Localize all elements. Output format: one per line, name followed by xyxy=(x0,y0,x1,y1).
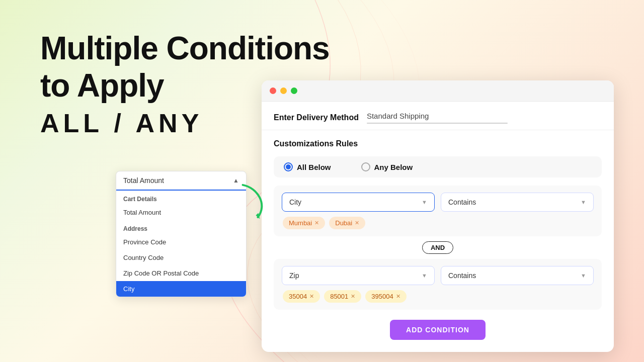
window-titlebar xyxy=(262,80,614,102)
radio-label-all: All Below xyxy=(297,163,331,171)
zip-condition-block: Zip ▼ Contains ▼ 35004 ✕ 85001 ✕ xyxy=(274,259,602,310)
tag-35004: 35004 ✕ xyxy=(283,290,320,303)
traffic-light-yellow[interactable] xyxy=(280,87,287,94)
dropdown-header[interactable]: Total Amount ▲ xyxy=(116,171,246,191)
zip-condition-row: Zip ▼ Contains ▼ xyxy=(282,266,594,285)
dropdown-popup: Total Amount ▲ Cart Details Total Amount… xyxy=(116,171,247,297)
dropdown-header-text: Total Amount xyxy=(123,176,164,185)
add-condition-button[interactable]: ADD CONDITION xyxy=(390,320,486,340)
delivery-underline xyxy=(367,123,508,124)
tag-395004-close[interactable]: ✕ xyxy=(396,293,400,300)
traffic-light-red[interactable] xyxy=(270,87,276,94)
dropdown-item-zip-code[interactable]: Zip Code OR Postal Code xyxy=(116,265,246,281)
zip-select-arrow-icon: ▼ xyxy=(422,273,427,279)
zip-operator-arrow-icon: ▼ xyxy=(581,273,586,279)
radio-circle-any xyxy=(361,162,370,171)
and-badge: AND xyxy=(422,241,453,254)
customization-section: Customizations Rules All Below Any Below… xyxy=(262,130,614,352)
tag-85001-close[interactable]: ✕ xyxy=(351,293,355,300)
city-operator-value: Contains xyxy=(448,198,476,206)
tag-35004-text: 35004 xyxy=(289,293,307,300)
delivery-method-label: Enter Delivery Method xyxy=(274,113,359,122)
delivery-section: Enter Delivery Method xyxy=(262,102,614,130)
tag-85001: 85001 ✕ xyxy=(324,290,361,303)
zip-operator-select[interactable]: Contains ▼ xyxy=(441,266,594,285)
tag-85001-text: 85001 xyxy=(330,293,348,300)
add-condition-row: ADD CONDITION xyxy=(274,314,602,343)
zip-field-select[interactable]: Zip ▼ xyxy=(282,266,435,285)
zip-field-value: Zip xyxy=(289,272,299,280)
zip-operator-value: Contains xyxy=(448,272,476,280)
tag-dubai-text: Dubai xyxy=(335,219,352,227)
tag-mumbai: Mumbai ✕ xyxy=(283,217,325,229)
and-badge-row: AND xyxy=(274,241,602,254)
delivery-method-input[interactable] xyxy=(367,112,602,120)
city-field-value: City xyxy=(289,198,301,206)
city-field-select[interactable]: City ▼ xyxy=(282,193,435,212)
tag-mumbai-text: Mumbai xyxy=(289,219,312,227)
traffic-light-green[interactable] xyxy=(291,87,297,94)
radio-all-below[interactable]: All Below xyxy=(284,162,331,171)
city-tags-row: Mumbai ✕ Dubai ✕ xyxy=(282,217,594,229)
city-condition-row: City ▼ Contains ▼ xyxy=(282,193,594,212)
section-title: Customizations Rules xyxy=(274,139,602,148)
tag-395004-text: 395004 xyxy=(371,293,393,300)
dropdown-item-total-amount[interactable]: Total Amount xyxy=(116,205,246,220)
radio-any-below[interactable]: Any Below xyxy=(361,162,413,171)
radio-circle-all xyxy=(284,162,293,171)
cart-details-section-label: Cart Details xyxy=(116,191,246,205)
tag-395004: 395004 ✕ xyxy=(365,290,406,303)
tag-dubai-close[interactable]: ✕ xyxy=(355,220,359,226)
tag-dubai: Dubai ✕ xyxy=(329,217,365,229)
radio-row: All Below Any Below xyxy=(274,156,602,177)
city-select-arrow-icon: ▼ xyxy=(422,199,427,205)
city-operator-arrow-icon: ▼ xyxy=(581,199,586,205)
city-condition-block: City ▼ Contains ▼ Mumbai ✕ Dubai xyxy=(274,186,602,236)
zip-tags-row: 35004 ✕ 85001 ✕ 395004 ✕ xyxy=(282,290,594,303)
dropdown-item-province-code[interactable]: Province Code xyxy=(116,234,246,250)
radio-label-any: Any Below xyxy=(374,163,413,171)
address-section-label: Address xyxy=(116,220,246,234)
ui-window: Enter Delivery Method Customizations Rul… xyxy=(262,80,614,352)
dropdown-item-city[interactable]: City xyxy=(116,281,246,297)
delivery-input-wrap xyxy=(367,112,602,124)
city-operator-select[interactable]: Contains ▼ xyxy=(441,193,594,212)
dropdown-item-country-code[interactable]: Country Code xyxy=(116,250,246,265)
tag-35004-close[interactable]: ✕ xyxy=(309,293,314,300)
tag-mumbai-close[interactable]: ✕ xyxy=(314,220,319,226)
